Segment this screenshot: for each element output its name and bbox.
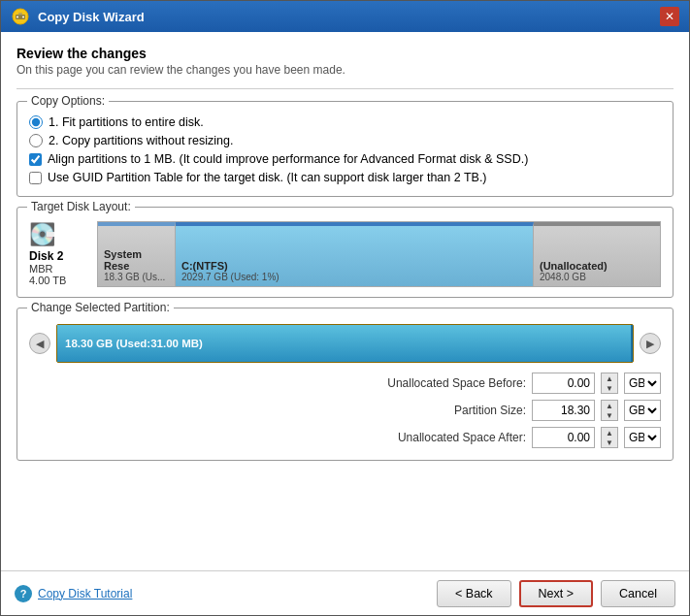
- header-divider: [16, 88, 674, 89]
- field-size-spinner: ▲ ▼: [601, 400, 618, 421]
- option3-row[interactable]: Align partitions to 1 MB. (It could impr…: [29, 152, 661, 166]
- footer-buttons: < Back Next > Cancel: [437, 580, 675, 607]
- partition-c-bottom: 2029.7 GB (Used: 1%): [181, 272, 527, 282]
- app-icon: [11, 7, 30, 26]
- field-row-size: Partition Size: ▲ ▼ GB MB: [371, 400, 661, 421]
- field-size-down[interactable]: ▼: [602, 410, 617, 420]
- field-before-label: Unallocated Space Before:: [371, 376, 526, 390]
- page-title: Review the changes: [16, 46, 674, 61]
- disk-name: Disk 2: [29, 249, 63, 263]
- spin-fields: Unallocated Space Before: ▲ ▼ GB MB Part…: [39, 373, 661, 448]
- field-before-unit[interactable]: GB MB: [624, 373, 661, 394]
- page-header: Review the changes On this page you can …: [16, 46, 674, 77]
- partition-unalloc-bottom: 2048.0 GB: [540, 272, 654, 282]
- option3-checkbox[interactable]: [29, 153, 42, 166]
- next-button[interactable]: Next >: [519, 580, 593, 607]
- option2-row[interactable]: 2. Copy partitions without resizing.: [29, 134, 661, 147]
- main-content: Review the changes On this page you can …: [1, 32, 689, 570]
- field-size-up[interactable]: ▲: [602, 401, 617, 410]
- back-button[interactable]: < Back: [437, 580, 511, 607]
- option2-label: 2. Copy partitions without resizing.: [49, 134, 233, 147]
- field-after-unit[interactable]: GB MB: [624, 427, 661, 448]
- field-after-down[interactable]: ▼: [602, 438, 617, 447]
- slider-bar-label: 18.30 GB (Used:31.00 MB): [65, 338, 203, 349]
- change-partition-label: Change Selected Partition:: [27, 301, 174, 314]
- footer: ? Copy Disk Tutorial < Back Next > Cance…: [1, 570, 689, 615]
- field-after-input[interactable]: [532, 427, 595, 448]
- cancel-button[interactable]: Cancel: [601, 580, 675, 607]
- field-size-label: Partition Size:: [371, 404, 526, 417]
- page-subtitle: On this page you can review the changes …: [16, 63, 674, 77]
- slider-area: ◀ 18.30 GB (Used:31.00 MB) ▶: [29, 324, 661, 363]
- partition-unalloc[interactable]: (Unallocated) 2048.0 GB: [534, 222, 660, 286]
- footer-left: ? Copy Disk Tutorial: [15, 585, 437, 602]
- disk-info: 💽 Disk 2 MBR 4.00 TB: [29, 221, 97, 287]
- copy-options-label: Copy Options:: [27, 94, 109, 108]
- right-arrow[interactable]: ▶: [640, 333, 661, 354]
- field-row-after: Unallocated Space After: ▲ ▼ GB MB: [371, 427, 661, 448]
- field-after-spinner: ▲ ▼: [601, 427, 618, 448]
- option4-label: Use GUID Partition Table for the target …: [48, 171, 487, 184]
- field-before-spinner: ▲ ▼: [601, 373, 618, 394]
- option4-row[interactable]: Use GUID Partition Table for the target …: [29, 171, 661, 184]
- main-window: Copy Disk Wizard ✕ Review the changes On…: [0, 0, 690, 616]
- partition-c[interactable]: C:(NTFS) 2029.7 GB (Used: 1%): [176, 222, 534, 286]
- change-partition-section: Change Selected Partition: ◀ 18.30 GB (U…: [16, 308, 674, 461]
- slider-bar-blue: 18.30 GB (Used:31.00 MB): [57, 325, 633, 362]
- partition-c-top: C:(NTFS): [181, 260, 527, 272]
- disk-icon: 💽: [29, 222, 55, 247]
- field-after-label: Unallocated Space After:: [371, 431, 526, 444]
- svg-rect-4: [18, 13, 22, 16]
- disk-type: MBR: [29, 263, 52, 275]
- svg-point-2: [16, 16, 18, 18]
- option4-checkbox[interactable]: [29, 172, 42, 184]
- field-before-up[interactable]: ▲: [602, 373, 617, 383]
- slider-bar: 18.30 GB (Used:31.00 MB): [56, 324, 634, 363]
- field-after-up[interactable]: ▲: [602, 428, 617, 438]
- copy-options-section: Copy Options: 1. Fit partitions to entir…: [16, 101, 674, 197]
- help-icon[interactable]: ?: [15, 585, 32, 602]
- partition-unalloc-top: (Unallocated): [540, 260, 654, 272]
- field-before-input[interactable]: [532, 373, 595, 394]
- field-row-before: Unallocated Space Before: ▲ ▼ GB MB: [371, 373, 661, 394]
- tutorial-link[interactable]: Copy Disk Tutorial: [38, 587, 132, 600]
- help-icon-label: ?: [20, 588, 27, 600]
- field-size-unit[interactable]: GB MB: [624, 400, 661, 421]
- option1-radio[interactable]: [29, 115, 43, 129]
- title-bar-text: Copy Disk Wizard: [38, 10, 652, 24]
- title-bar: Copy Disk Wizard ✕: [1, 1, 689, 32]
- copy-options-list: 1. Fit partitions to entire disk. 2. Cop…: [29, 115, 661, 184]
- option1-label: 1. Fit partitions to entire disk.: [49, 115, 204, 129]
- option3-label: Align partitions to 1 MB. (It could impr…: [48, 152, 528, 166]
- partition-system[interactable]: System Rese 18.3 GB (Us...: [98, 222, 176, 286]
- svg-point-3: [22, 16, 24, 18]
- disk-layout-section: Target Disk Layout: 💽 Disk 2 MBR 4.00 TB…: [16, 207, 674, 298]
- disk-size: 4.00 TB: [29, 275, 66, 286]
- close-button[interactable]: ✕: [660, 7, 679, 26]
- field-before-down[interactable]: ▼: [602, 383, 617, 393]
- left-arrow[interactable]: ◀: [29, 333, 50, 354]
- disk-layout-label: Target Disk Layout:: [27, 200, 135, 213]
- partition-bar: System Rese 18.3 GB (Us... C:(NTFS) 2029…: [97, 221, 661, 287]
- field-size-input[interactable]: [532, 400, 595, 421]
- option2-radio[interactable]: [29, 134, 43, 147]
- option1-row[interactable]: 1. Fit partitions to entire disk.: [29, 115, 661, 129]
- partition-system-top: System Rese: [104, 248, 169, 272]
- partition-system-bottom: 18.3 GB (Us...: [104, 272, 169, 282]
- disk-layout-inner: 💽 Disk 2 MBR 4.00 TB System Rese 18.3 GB…: [29, 221, 661, 287]
